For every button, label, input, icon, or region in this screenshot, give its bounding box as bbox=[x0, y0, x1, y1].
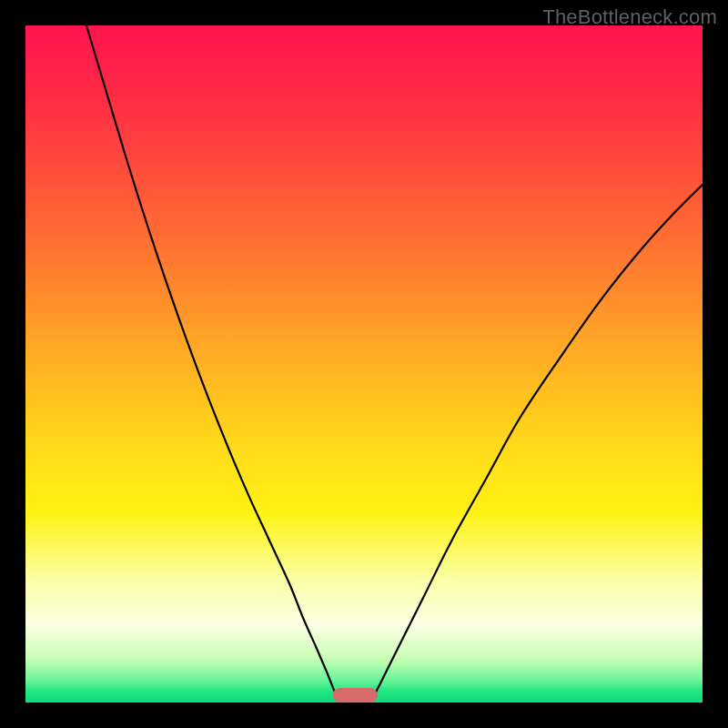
outer-frame: TheBottleneck.com bbox=[0, 0, 728, 728]
gradient-background bbox=[25, 25, 703, 703]
plot-area bbox=[25, 25, 703, 703]
bottleneck-chart bbox=[25, 25, 703, 703]
optimum-marker bbox=[333, 688, 377, 703]
